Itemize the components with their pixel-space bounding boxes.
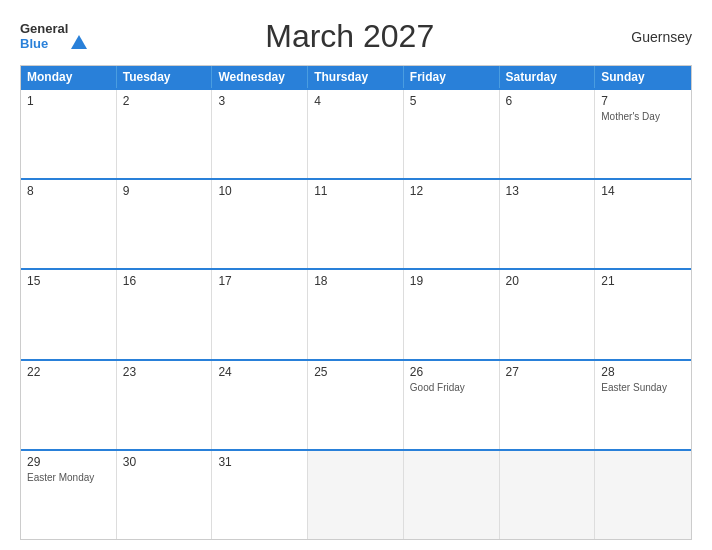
- day-number: 18: [314, 274, 397, 288]
- day-number: 8: [27, 184, 110, 198]
- day-number: 14: [601, 184, 685, 198]
- week-row-3: 15161718192021: [21, 268, 691, 358]
- day-number: 22: [27, 365, 110, 379]
- cal-cell: 27: [500, 361, 596, 449]
- cal-cell: 9: [117, 180, 213, 268]
- col-header-saturday: Saturday: [500, 66, 596, 88]
- cal-cell: 19: [404, 270, 500, 358]
- day-number: 26: [410, 365, 493, 379]
- cal-cell: [595, 451, 691, 539]
- day-number: 21: [601, 274, 685, 288]
- cal-cell: 16: [117, 270, 213, 358]
- day-number: 15: [27, 274, 110, 288]
- cal-cell: 6: [500, 90, 596, 178]
- day-number: 20: [506, 274, 589, 288]
- col-header-sunday: Sunday: [595, 66, 691, 88]
- day-number: 4: [314, 94, 397, 108]
- calendar-title: March 2027: [87, 18, 612, 55]
- header: General Blue March 2027 Guernsey: [20, 18, 692, 55]
- day-number: 31: [218, 455, 301, 469]
- day-number: 13: [506, 184, 589, 198]
- cal-cell: 7Mother's Day: [595, 90, 691, 178]
- col-header-thursday: Thursday: [308, 66, 404, 88]
- cal-cell: 21: [595, 270, 691, 358]
- day-number: 11: [314, 184, 397, 198]
- cal-cell: 28Easter Sunday: [595, 361, 691, 449]
- week-row-4: 2223242526Good Friday2728Easter Sunday: [21, 359, 691, 449]
- col-header-tuesday: Tuesday: [117, 66, 213, 88]
- logo-blue-text: Blue: [20, 37, 68, 51]
- cal-cell: 10: [212, 180, 308, 268]
- logo: General Blue: [20, 22, 87, 51]
- country-label: Guernsey: [612, 29, 692, 45]
- week-row-1: 1234567Mother's Day: [21, 88, 691, 178]
- day-number: 30: [123, 455, 206, 469]
- cal-cell: 31: [212, 451, 308, 539]
- day-number: 27: [506, 365, 589, 379]
- cal-cell: [404, 451, 500, 539]
- calendar: MondayTuesdayWednesdayThursdayFridaySatu…: [20, 65, 692, 540]
- day-number: 16: [123, 274, 206, 288]
- cal-cell: 13: [500, 180, 596, 268]
- col-header-monday: Monday: [21, 66, 117, 88]
- cal-cell: 4: [308, 90, 404, 178]
- cal-cell: 15: [21, 270, 117, 358]
- cal-cell: 24: [212, 361, 308, 449]
- cal-cell: 11: [308, 180, 404, 268]
- day-number: 2: [123, 94, 206, 108]
- day-number: 12: [410, 184, 493, 198]
- day-number: 23: [123, 365, 206, 379]
- day-number: 6: [506, 94, 589, 108]
- cal-cell: 20: [500, 270, 596, 358]
- day-event: Good Friday: [410, 381, 493, 394]
- cal-cell: 25: [308, 361, 404, 449]
- day-number: 7: [601, 94, 685, 108]
- week-row-5: 29Easter Monday3031: [21, 449, 691, 539]
- day-number: 17: [218, 274, 301, 288]
- day-event: Easter Monday: [27, 471, 110, 484]
- day-number: 19: [410, 274, 493, 288]
- day-number: 25: [314, 365, 397, 379]
- cal-cell: [500, 451, 596, 539]
- cal-cell: 17: [212, 270, 308, 358]
- col-header-wednesday: Wednesday: [212, 66, 308, 88]
- cal-cell: 18: [308, 270, 404, 358]
- day-number: 9: [123, 184, 206, 198]
- logo-general-text: General: [20, 22, 68, 36]
- day-number: 24: [218, 365, 301, 379]
- day-number: 3: [218, 94, 301, 108]
- cal-cell: [308, 451, 404, 539]
- day-event: Easter Sunday: [601, 381, 685, 394]
- cal-cell: 3: [212, 90, 308, 178]
- cal-cell: 14: [595, 180, 691, 268]
- cal-cell: 22: [21, 361, 117, 449]
- day-number: 5: [410, 94, 493, 108]
- cal-cell: 29Easter Monday: [21, 451, 117, 539]
- cal-cell: 2: [117, 90, 213, 178]
- logo-triangle-icon: [71, 35, 87, 49]
- day-number: 29: [27, 455, 110, 469]
- cal-cell: 5: [404, 90, 500, 178]
- day-number: 1: [27, 94, 110, 108]
- calendar-header-row: MondayTuesdayWednesdayThursdayFridaySatu…: [21, 66, 691, 88]
- cal-cell: 1: [21, 90, 117, 178]
- cal-cell: 26Good Friday: [404, 361, 500, 449]
- cal-cell: 23: [117, 361, 213, 449]
- week-row-2: 891011121314: [21, 178, 691, 268]
- calendar-body: 1234567Mother's Day891011121314151617181…: [21, 88, 691, 539]
- day-number: 28: [601, 365, 685, 379]
- cal-cell: 8: [21, 180, 117, 268]
- logo-text: General Blue: [20, 22, 68, 51]
- cal-cell: 12: [404, 180, 500, 268]
- day-event: Mother's Day: [601, 110, 685, 123]
- page: General Blue March 2027 Guernsey MondayT…: [0, 0, 712, 550]
- cal-cell: 30: [117, 451, 213, 539]
- day-number: 10: [218, 184, 301, 198]
- col-header-friday: Friday: [404, 66, 500, 88]
